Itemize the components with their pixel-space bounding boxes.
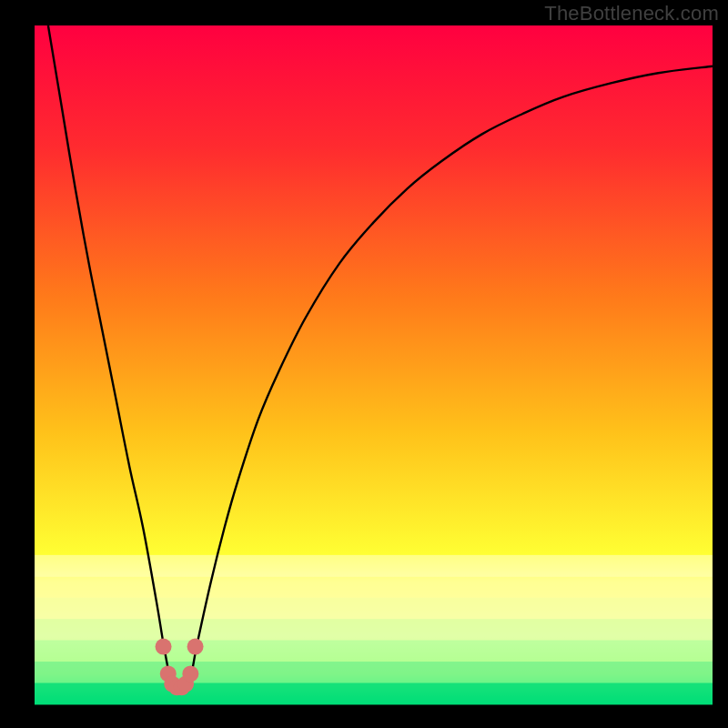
bottom-bands [35,555,713,705]
bottleneck-chart [0,0,728,728]
svg-rect-3 [35,619,713,641]
svg-rect-4 [35,641,713,662]
svg-rect-6 [35,683,713,705]
watermark-label: TheBottleneck.com [544,2,719,25]
highlight-point [187,639,204,655]
highlight-point [156,639,172,655]
svg-rect-1 [35,576,713,598]
highlight-point [182,665,198,682]
svg-rect-5 [35,662,713,683]
svg-rect-0 [35,555,713,577]
svg-rect-2 [35,598,713,620]
chart-frame: TheBottleneck.com [0,0,728,728]
